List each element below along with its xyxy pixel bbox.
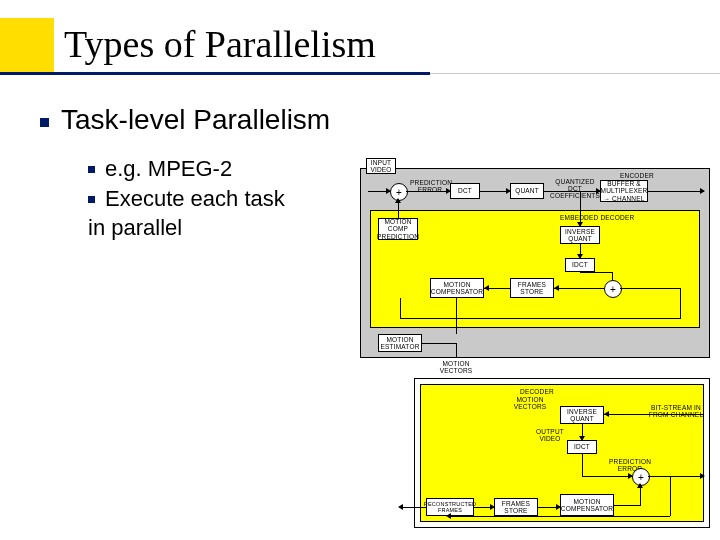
arrowhead-icon	[556, 504, 561, 510]
arrowhead-icon	[446, 513, 451, 519]
mpeg2-diagram: INPUT VIDEO ENCODER + PREDICTION ERROR D…	[360, 158, 710, 528]
bullet-square-icon	[88, 196, 95, 203]
quant-box: QUANT	[510, 183, 544, 199]
bullet-level1: Task-level Parallelism	[40, 104, 680, 136]
input-video-box: INPUT VIDEO	[366, 158, 396, 174]
wire	[604, 414, 704, 415]
wire	[612, 272, 613, 280]
arrowhead-icon	[700, 473, 705, 479]
decoder-motion-vectors-label: MOTION VECTORS	[510, 396, 550, 410]
wire	[582, 476, 632, 477]
title-underline	[0, 72, 430, 75]
embedded-decoder-panel	[370, 210, 700, 328]
wire	[400, 298, 401, 318]
wire	[554, 288, 604, 289]
wire	[614, 505, 640, 506]
wire	[648, 476, 704, 477]
embedded-decoder-label: EMBEDDED DECODER	[560, 214, 634, 221]
arrowhead-icon	[700, 188, 705, 194]
arrowhead-icon	[637, 483, 643, 488]
title-underline-thin	[430, 73, 720, 74]
bullet-text: Task-level Parallelism	[61, 104, 330, 135]
quantized-dct-label: QUANTIZED DCT COEFFICIENTS	[550, 178, 600, 199]
buffer-output-box: BUFFER & MULTIPLEXER → CHANNEL	[600, 180, 648, 202]
slide: Types of Parallelism Task-level Parallel…	[0, 0, 720, 540]
adder-circle: +	[604, 280, 622, 298]
wire	[620, 288, 680, 289]
bitstream-in-label: BIT-STREAM IN FROM CHANNEL	[648, 404, 704, 418]
wire	[456, 298, 457, 334]
wire	[582, 454, 583, 476]
output-video-label: OUTPUT VIDEO	[530, 428, 570, 442]
title-accent-square	[0, 18, 54, 72]
arrowhead-icon	[395, 198, 401, 203]
motion-vectors-label: MOTION VECTORS	[436, 360, 476, 374]
wire	[580, 191, 581, 226]
arrowhead-icon	[604, 411, 609, 417]
motion-estimator-box: MOTION ESTIMATOR	[378, 334, 422, 352]
bullet-square-icon	[40, 118, 49, 127]
decoder-inverse-quant-box: INVERSE QUANT	[560, 406, 604, 424]
bullet-square-icon	[88, 166, 95, 173]
arrowhead-icon	[386, 188, 391, 194]
decoder-motion-compensator-box: MOTION COMPENSATOR	[560, 494, 614, 516]
decoder-idct-box: IDCT	[567, 440, 597, 454]
wire	[670, 476, 671, 516]
wire	[648, 191, 704, 192]
bullet-text: in parallel	[88, 215, 182, 240]
decoder-label: DECODER	[520, 388, 554, 395]
bullet-text: e.g. MPEG-2	[105, 156, 232, 181]
wire	[680, 288, 681, 318]
decoder-frames-store-box: FRAMES STORE	[494, 498, 538, 516]
wire	[448, 516, 670, 517]
dct-box: DCT	[450, 183, 480, 199]
wire	[580, 272, 581, 273]
wire	[400, 318, 681, 319]
frames-store-box: FRAMES STORE	[510, 278, 554, 298]
arrowhead-icon	[490, 504, 495, 510]
wire	[422, 343, 456, 344]
wire	[400, 507, 426, 508]
arrowhead-icon	[484, 285, 489, 291]
motion-compensator-box: MOTION COMPENSATOR	[430, 278, 484, 298]
wire	[406, 191, 450, 192]
arrowhead-icon	[554, 285, 559, 291]
inverse-quant-box: INVERSE QUANT	[560, 226, 600, 244]
motion-comp-pred-box: MOTION COMP PREDICTION	[378, 218, 418, 240]
bullet-text: Execute each task	[105, 186, 285, 211]
arrowhead-icon	[398, 504, 403, 510]
slide-title: Types of Parallelism	[64, 22, 376, 66]
wire	[456, 343, 457, 357]
idct-box: IDCT	[565, 258, 595, 272]
encoder-label: ENCODER	[620, 172, 654, 179]
wire	[580, 272, 613, 273]
